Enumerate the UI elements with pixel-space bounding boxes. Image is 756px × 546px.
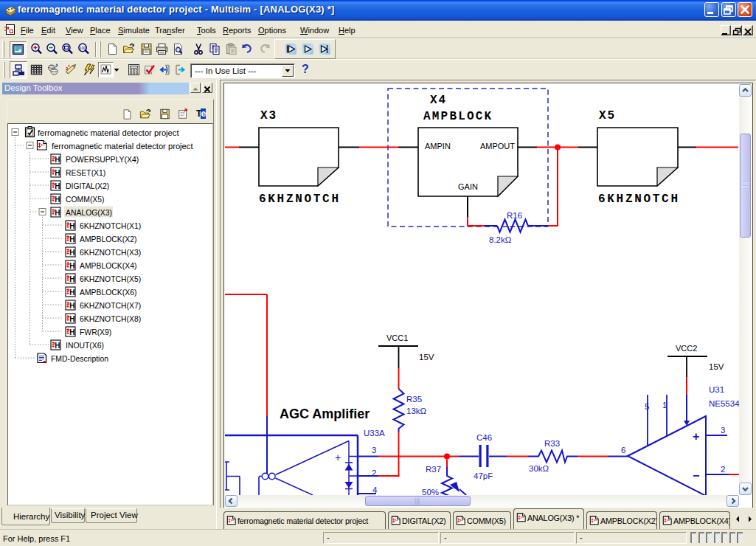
- svg-text:+: +: [693, 430, 699, 443]
- svg-text:ANALOG(X3): ANALOG(X3): [66, 209, 112, 217]
- svg-text:8.2kΩ: 8.2kΩ: [489, 235, 512, 244]
- svg-text:COMM(X5): COMM(X5): [66, 196, 105, 204]
- svg-text:X5: X5: [599, 109, 616, 122]
- svg-text:AMPIN: AMPIN: [425, 142, 451, 151]
- svg-text:6: 6: [621, 446, 625, 455]
- svg-text:U33A: U33A: [364, 429, 385, 438]
- svg-text:6KHZNOTCH(X5): 6KHZNOTCH(X5): [80, 275, 141, 283]
- svg-text:VCC1: VCC1: [386, 334, 408, 342]
- svg-text:X4: X4: [430, 94, 447, 107]
- svg-text:100: 100: [79, 46, 86, 50]
- svg-text:R33: R33: [544, 439, 560, 448]
- svg-text:AMPBLOCK(X4): AMPBLOCK(X4): [80, 262, 136, 270]
- svg-text:2: 2: [721, 465, 725, 474]
- svg-text:+: +: [335, 452, 341, 463]
- svg-text:AMPBLOCK: AMPBLOCK: [423, 110, 493, 123]
- svg-text:GAIN: GAIN: [458, 182, 478, 191]
- svg-text:VCC2: VCC2: [676, 344, 697, 353]
- svg-text:R37: R37: [426, 465, 441, 474]
- svg-text:AMPOUT: AMPOUT: [480, 142, 515, 151]
- svg-text:ferromagnetic material detecto: ferromagnetic material detector project: [52, 142, 193, 151]
- svg-text:FWR(X9): FWR(X9): [80, 328, 111, 336]
- svg-text:15V: 15V: [419, 353, 434, 362]
- svg-text:3: 3: [372, 446, 376, 455]
- svg-text:6KHZNOTCH: 6KHZNOTCH: [259, 193, 341, 206]
- svg-text:FMD-Description: FMD-Description: [51, 355, 108, 363]
- svg-text:U31: U31: [709, 385, 724, 394]
- svg-text:47pF: 47pF: [474, 471, 493, 480]
- svg-text:POWERSUPPLY(X4): POWERSUPPLY(X4): [66, 156, 139, 164]
- svg-text:2: 2: [372, 469, 376, 477]
- svg-text:X3: X3: [260, 109, 277, 122]
- svg-text:C46: C46: [476, 433, 492, 442]
- svg-text:15V: 15V: [709, 362, 724, 371]
- svg-text:3: 3: [721, 426, 725, 435]
- svg-text:6KHZNOTCH(X1): 6KHZNOTCH(X1): [80, 222, 141, 230]
- svg-text:AGC Amplifier: AGC Amplifier: [280, 407, 370, 421]
- svg-text:6KHZNOTCH(X3): 6KHZNOTCH(X3): [80, 249, 141, 257]
- svg-text:6KHZNOTCH(X8): 6KHZNOTCH(X8): [80, 315, 141, 323]
- svg-text:R35: R35: [406, 395, 422, 404]
- svg-text:−: −: [693, 469, 699, 482]
- svg-text:6KHZNOTCH: 6KHZNOTCH: [598, 193, 680, 206]
- svg-text:4: 4: [372, 485, 378, 494]
- svg-text:INOUT(X6): INOUT(X6): [66, 342, 104, 350]
- svg-text:ferromagnetic material detecto: ferromagnetic material detector project: [38, 128, 179, 137]
- svg-text:50%: 50%: [422, 488, 439, 495]
- svg-text:AMPBLOCK(X6): AMPBLOCK(X6): [80, 288, 136, 297]
- svg-text:R16: R16: [507, 211, 522, 220]
- svg-text:DIGITAL(X2): DIGITAL(X2): [66, 182, 109, 190]
- svg-text:13kΩ: 13kΩ: [406, 407, 427, 415]
- svg-text:AMPBLOCK(X2): AMPBLOCK(X2): [80, 235, 136, 243]
- svg-text:NE5534: NE5534: [709, 399, 739, 408]
- svg-text:30kΩ: 30kΩ: [529, 464, 549, 473]
- svg-text:RESET(X1): RESET(X1): [66, 169, 105, 177]
- svg-text:6KHZNOTCH(X7): 6KHZNOTCH(X7): [80, 302, 141, 310]
